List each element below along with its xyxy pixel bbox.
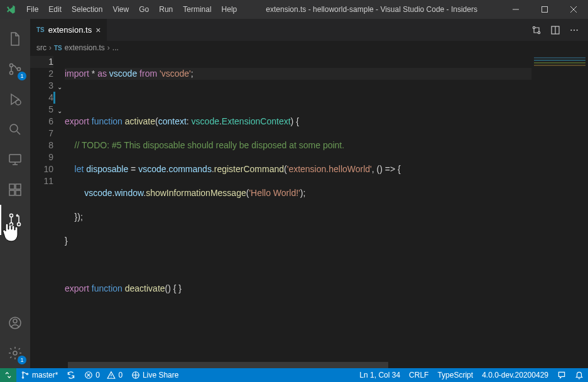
svg-point-3 <box>18 68 21 71</box>
typescript-version-status[interactable]: 4.0.0-dev.20200429 <box>477 368 553 382</box>
svg-point-1 <box>10 64 13 67</box>
scrollbar-thumb[interactable] <box>68 362 388 368</box>
search-icon[interactable] <box>0 114 30 145</box>
window-controls <box>501 0 588 19</box>
file-type-icon: TS <box>54 45 62 52</box>
code-content[interactable]: import * as vscode from 'vscode'; export… <box>65 55 531 368</box>
svg-point-4 <box>16 100 21 105</box>
extensions-icon[interactable] <box>0 175 30 205</box>
line-number: 4 <box>30 92 53 104</box>
svg-point-20 <box>570 29 572 30</box>
activity-bar: 1 1 <box>0 19 30 368</box>
menu-go[interactable]: Go <box>134 5 154 14</box>
tab-bar: TS extension.ts × <box>30 19 588 41</box>
file-type-icon: TS <box>36 26 45 33</box>
svg-point-25 <box>26 373 28 374</box>
git-branch-status[interactable]: master* <box>16 368 62 382</box>
git-sync-status[interactable] <box>62 368 80 382</box>
code-editor[interactable]: 1 2 3⌄ 4 5⌄ 6 7 8 9 10 11 import * as vs… <box>30 55 588 368</box>
breadcrumb-folder[interactable]: src <box>36 43 46 52</box>
menu-terminal[interactable]: Terminal <box>178 5 216 14</box>
minimap[interactable] <box>531 55 588 368</box>
breadcrumb-more[interactable]: ... <box>112 43 119 52</box>
menu-run[interactable]: Run <box>154 5 178 14</box>
compare-changes-icon[interactable] <box>531 25 542 35</box>
svg-point-24 <box>22 377 23 378</box>
tab-label: extension.ts <box>48 25 92 35</box>
svg-point-16 <box>13 351 17 355</box>
svg-point-5 <box>10 124 18 132</box>
chevron-right-icon: › <box>107 43 110 52</box>
tab-extension-ts[interactable]: TS extension.ts × <box>30 19 107 41</box>
line-number: 1 <box>30 56 53 68</box>
split-editor-icon[interactable] <box>550 25 560 35</box>
svg-rect-9 <box>16 190 21 195</box>
remote-explorer-icon[interactable] <box>0 145 30 175</box>
maximize-button[interactable] <box>530 0 559 19</box>
feedback-icon[interactable] <box>553 368 570 382</box>
menu-view[interactable]: View <box>107 5 134 14</box>
explorer-icon[interactable] <box>0 24 30 54</box>
line-number: 8 <box>30 139 53 151</box>
svg-point-11 <box>10 214 13 217</box>
line-number: 11 <box>30 175 53 187</box>
breadcrumb[interactable]: src › TS extension.ts › ... <box>30 41 588 55</box>
svg-rect-0 <box>542 7 548 13</box>
close-button[interactable] <box>559 0 588 19</box>
svg-point-22 <box>577 29 578 30</box>
remote-indicator[interactable] <box>0 368 16 382</box>
svg-rect-8 <box>9 190 14 195</box>
menu-bar: File Edit Selection View Go Run Terminal… <box>21 5 242 14</box>
line-number: 6 <box>30 116 53 128</box>
svg-point-17 <box>533 26 535 28</box>
line-number: 3⌄ <box>30 80 53 92</box>
fold-icon[interactable]: ⌄ <box>57 81 62 93</box>
svg-point-23 <box>22 372 23 373</box>
line-number: 5⌄ <box>30 104 53 116</box>
svg-rect-6 <box>9 155 21 162</box>
notifications-icon[interactable] <box>570 368 588 382</box>
line-number-gutter: 1 2 3⌄ 4 5⌄ 6 7 8 9 10 11 <box>30 55 65 368</box>
status-bar: master* 0 0 Live Share Ln 1, Col 34 CRLF… <box>0 368 588 382</box>
svg-point-21 <box>574 29 575 30</box>
editor-area: TS extension.ts × src › TS extension.ts … <box>30 19 588 368</box>
run-debug-icon[interactable] <box>0 84 30 114</box>
line-number: 10 <box>30 163 53 175</box>
chevron-right-icon: › <box>49 43 52 52</box>
menu-help[interactable]: Help <box>217 5 242 14</box>
svg-rect-10 <box>16 184 21 189</box>
cursor-hand-icon <box>1 222 20 243</box>
settings-gear-icon[interactable]: 1 <box>0 338 30 368</box>
svg-rect-7 <box>9 184 14 189</box>
eol-status[interactable]: CRLF <box>405 368 433 382</box>
vscode-logo-icon <box>0 4 21 14</box>
menu-edit[interactable]: Edit <box>43 5 67 14</box>
svg-point-2 <box>10 72 13 75</box>
scm-badge: 1 <box>18 72 26 80</box>
close-tab-icon[interactable]: × <box>95 25 101 35</box>
line-number: 7 <box>30 128 53 139</box>
live-share-status[interactable]: Live Share <box>127 368 183 382</box>
svg-point-18 <box>538 31 540 33</box>
settings-badge: 1 <box>18 356 26 364</box>
breadcrumb-file[interactable]: extension.ts <box>65 43 105 52</box>
menu-file[interactable]: File <box>21 5 43 14</box>
minimize-button[interactable] <box>501 0 530 19</box>
source-control-icon[interactable]: 1 <box>0 54 30 84</box>
fold-icon[interactable]: ⌄ <box>57 105 62 117</box>
accounts-icon[interactable] <box>0 308 30 338</box>
window-title: extension.ts - helloworld-sample - Visua… <box>242 5 501 14</box>
line-number: 9 <box>30 151 53 163</box>
more-actions-icon[interactable] <box>569 25 579 35</box>
horizontal-scrollbar[interactable] <box>68 362 525 368</box>
menu-selection[interactable]: Selection <box>67 5 107 14</box>
title-bar: File Edit Selection View Go Run Terminal… <box>0 0 588 19</box>
line-number: 2 <box>30 68 53 80</box>
cursor-position-status[interactable]: Ln 1, Col 34 <box>355 368 405 382</box>
language-mode-status[interactable]: TypeScript <box>433 368 477 382</box>
svg-point-15 <box>13 319 17 323</box>
errors-warnings-status[interactable]: 0 0 <box>80 368 127 382</box>
